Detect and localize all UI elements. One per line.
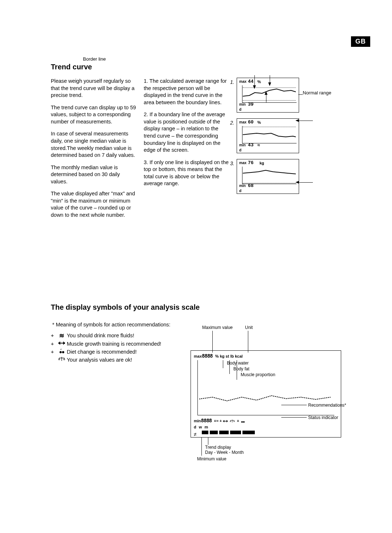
svg-point-5 bbox=[60, 351, 62, 353]
lcd-min-label: min bbox=[239, 184, 246, 188]
lcd-period: d bbox=[239, 107, 241, 111]
lcd-unit: % bbox=[257, 120, 261, 125]
label-muscle: Muscle proportion bbox=[241, 372, 275, 377]
col-middle: 1. The calculated average range for the … bbox=[144, 78, 230, 224]
label-trend-display: Trend display Day - Week - Month bbox=[205, 445, 244, 455]
plus-sign: + bbox=[51, 348, 57, 356]
figure-number: 3. bbox=[230, 160, 234, 166]
label-unit: Unit bbox=[245, 325, 253, 330]
symbol-row-water: + ≋ You should drink more fluids! bbox=[51, 331, 181, 341]
svg-point-16 bbox=[241, 421, 243, 423]
label-min-value: Minimum value bbox=[197, 456, 226, 461]
figure-3: 3. max 76 kg min 68 d bbox=[237, 159, 338, 194]
section-trend-curve: Trend curve Please weigh yourself regula… bbox=[51, 63, 341, 224]
diagram-frame: max8888 % kg st lb kcal bbox=[191, 350, 341, 438]
svg-point-6 bbox=[62, 351, 64, 353]
svg-rect-3 bbox=[63, 342, 64, 345]
figure-1: 1. max 44 % min 39 d bbox=[237, 78, 338, 113]
plus-sign: + bbox=[51, 340, 57, 348]
label-recommendations: Recommendations* bbox=[308, 403, 346, 408]
symbol-text: Muscle growth training is recommended! bbox=[67, 340, 181, 348]
lcd-period: d bbox=[239, 148, 241, 152]
heading-display-symbols: The display symbols of your analysis sca… bbox=[51, 303, 341, 312]
col-left: Please weigh yourself regularly so that … bbox=[51, 78, 137, 224]
symbol-text: You should drink more fluids! bbox=[67, 332, 181, 340]
lcd-max-value: 60 bbox=[248, 119, 254, 125]
lcd-max-label: max bbox=[239, 120, 246, 124]
para: The value displayed after "max" and "min… bbox=[51, 190, 137, 219]
lcd-max-value: 44 bbox=[248, 79, 254, 84]
symbol-row-diet: + Diet change is recommended! bbox=[51, 348, 181, 356]
symbols-list: * Meaning of symbols for action recommen… bbox=[51, 321, 181, 364]
lcd-max-label: max bbox=[239, 80, 246, 84]
label-normal-range: Normal range bbox=[303, 90, 331, 95]
svg-rect-12 bbox=[226, 420, 227, 422]
label-border-line: Border line bbox=[76, 56, 113, 62]
section-display-symbols: The display symbols of your analysis sca… bbox=[51, 303, 341, 364]
lcd-min-label: min bbox=[239, 143, 246, 147]
lcd-max-label: max bbox=[239, 161, 246, 165]
label-body-fat: Body fat bbox=[233, 366, 249, 371]
diag-min-row: min8888 +≈ + + bbox=[194, 418, 245, 423]
lcd-unit: kg bbox=[260, 161, 264, 165]
svg-rect-9 bbox=[223, 421, 224, 422]
para: The trend curve can display up to 59 val… bbox=[51, 104, 137, 126]
svg-point-17 bbox=[243, 421, 245, 423]
lcd-period: d bbox=[239, 189, 241, 193]
col-figures: Border line 1. max 44 % min 39 d bbox=[237, 78, 338, 224]
muscle-icon bbox=[57, 340, 67, 348]
diet-icon bbox=[57, 348, 67, 356]
display-diagram: Maximum value Unit max8888 % kg st lb kc… bbox=[191, 321, 341, 459]
para: 2. If a boundary line of the ave­rage va… bbox=[144, 111, 230, 154]
plus-sign: + bbox=[51, 332, 57, 340]
label-body-water: Body water bbox=[227, 361, 249, 366]
symbols-intro: * Meaning of symbols for action recommen… bbox=[51, 321, 181, 329]
svg-rect-2 bbox=[60, 343, 63, 343]
symbol-text: Your analysis values are ok! bbox=[67, 356, 181, 364]
svg-rect-10 bbox=[224, 420, 224, 422]
symbol-text: Diet change is recommended! bbox=[67, 348, 181, 356]
figure-number: 2. bbox=[230, 120, 234, 126]
lcd-unit: % bbox=[257, 80, 261, 84]
para: The monthly median value is determined b… bbox=[51, 164, 137, 186]
label-status-indicator: Status indicator bbox=[308, 415, 338, 420]
lcd-display-3: max 76 kg min 68 d bbox=[237, 159, 299, 194]
figure-2: 2. max 60 % min 43 d ≈ bbox=[237, 118, 338, 153]
para: Please weigh yourself regularly so that … bbox=[51, 78, 137, 99]
diag-period-row: d w m bbox=[194, 425, 209, 429]
heading-trend-curve: Trend curve bbox=[51, 63, 341, 71]
lcd-display-1: max 44 % min 39 d bbox=[237, 78, 299, 113]
svg-rect-13 bbox=[227, 421, 228, 422]
lcd-max-value: 76 bbox=[248, 160, 254, 166]
lcd-display-2: max 60 % min 43 d ≈ bbox=[237, 118, 299, 153]
para: 3. If only one line is displayed on the … bbox=[144, 159, 230, 187]
label-max-value: Maximum value bbox=[202, 325, 233, 330]
figure-number: 1. bbox=[230, 79, 234, 85]
lcd-min-label: min bbox=[239, 102, 246, 106]
svg-rect-11 bbox=[225, 421, 227, 421]
svg-rect-1 bbox=[60, 342, 60, 345]
scale-icon bbox=[57, 356, 67, 364]
para: In case of several measurements daily, o… bbox=[51, 130, 137, 159]
water-icon: ≋ bbox=[57, 331, 67, 341]
svg-rect-4 bbox=[64, 342, 65, 344]
language-badge: GB bbox=[351, 36, 370, 47]
symbol-row-muscle: + Muscle growth training is recommended! bbox=[51, 340, 181, 348]
para: 1. The calculated average range for the … bbox=[144, 78, 230, 106]
symbol-row-scale: Your analysis values are ok! bbox=[51, 356, 181, 364]
diag-max-row: max8888 % kg st lb kcal bbox=[194, 353, 243, 359]
svg-rect-0 bbox=[58, 342, 60, 344]
